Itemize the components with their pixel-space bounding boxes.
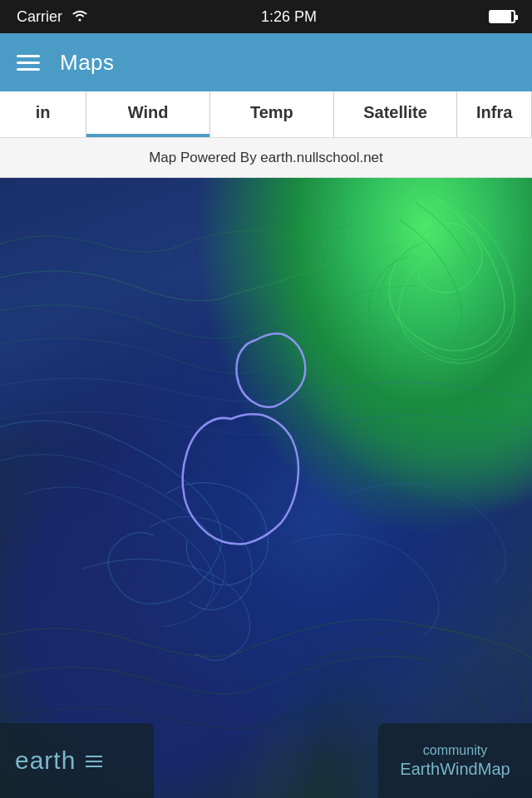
attribution-text: Map Powered By earth.nullschool.net: [149, 150, 383, 166]
time-label: 1:26 PM: [261, 8, 317, 26]
earth-overlay[interactable]: earth: [0, 723, 154, 798]
tab-temp[interactable]: Temp: [210, 91, 334, 137]
menu-button[interactable]: [17, 55, 40, 71]
earth-label: earth: [15, 746, 76, 775]
tab-rain[interactable]: in: [0, 91, 86, 137]
status-bar: Carrier 1:26 PM: [0, 0, 532, 33]
carrier-label: Carrier: [17, 8, 62, 26]
wind-lines-overlay: [0, 178, 532, 798]
tab-satellite[interactable]: Satellite: [334, 91, 458, 137]
attribution-bar: Map Powered By earth.nullschool.net: [0, 138, 532, 178]
page-title: Maps: [60, 50, 115, 76]
earth-menu-icon[interactable]: [86, 756, 102, 767]
wind-map: earth community EarthWindMap: [0, 178, 532, 798]
status-left: Carrier: [17, 8, 89, 26]
battery-icon: [489, 10, 515, 23]
community-label: community: [423, 743, 487, 758]
community-overlay[interactable]: community EarthWindMap: [378, 723, 532, 798]
tab-wind[interactable]: Wind: [86, 91, 210, 137]
earthwindmap-label: EarthWindMap: [400, 760, 510, 779]
tab-bar: in Wind Temp Satellite Infra: [0, 91, 532, 138]
app-header: Maps: [0, 33, 532, 91]
tab-infra[interactable]: Infra: [457, 91, 532, 137]
wifi-icon: [71, 8, 89, 25]
map-container[interactable]: earth community EarthWindMap: [0, 178, 532, 798]
